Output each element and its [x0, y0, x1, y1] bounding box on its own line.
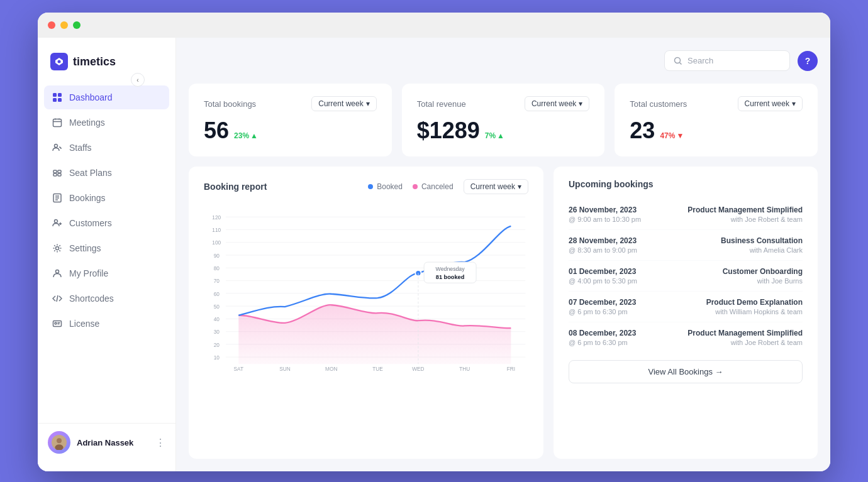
booking-event-block-2: Customer Onboarding with Joe Burns — [723, 267, 803, 285]
sidebar-label-customers: Customers — [69, 218, 112, 228]
bookings-card: Upcoming bookings 26 November, 2023 @ 9:… — [554, 167, 818, 459]
sidebar-item-settings[interactable]: Settings — [44, 236, 169, 260]
booking-host-3: with William Hopkins & team — [706, 308, 803, 315]
legend-booked: Booked — [368, 182, 403, 191]
users-icon — [52, 142, 63, 153]
stat-value-bookings: 56 — [204, 118, 229, 144]
svg-text:70: 70 — [214, 278, 220, 284]
stat-label-bookings: Total bookings — [204, 99, 256, 109]
chart-legend: Booked Canceled — [368, 182, 453, 191]
traffic-light-red[interactable] — [48, 21, 55, 29]
sidebar-item-staffs[interactable]: Staffs — [44, 136, 169, 160]
chart-title: Booking report — [204, 182, 267, 192]
stat-period-customers[interactable]: Current week ▾ — [738, 96, 803, 111]
svg-text:TUE: TUE — [372, 366, 383, 372]
code-icon — [52, 293, 63, 304]
svg-point-12 — [55, 220, 58, 223]
legend-canceled: Canceled — [413, 182, 453, 191]
view-all-bookings-button[interactable]: View All Bookings → — [569, 360, 803, 383]
booking-host-2: with Joe Burns — [723, 277, 803, 285]
stat-badge-revenue: 7% ▲ — [485, 131, 504, 140]
app-name: timetics — [73, 55, 116, 68]
traffic-light-green[interactable] — [73, 21, 81, 29]
stat-period-revenue[interactable]: Current week ▾ — [525, 96, 589, 111]
sidebar-item-shortcodes[interactable]: Shortcodes — [44, 287, 169, 310]
legend-dot-booked — [368, 184, 373, 189]
svg-rect-4 — [58, 98, 62, 102]
svg-text:81 booked: 81 booked — [436, 274, 465, 280]
booking-item-2: 01 December, 2023 @ 4:00 pm to 5:30 pm C… — [569, 261, 803, 292]
user-plus-icon — [52, 217, 63, 229]
sidebar-item-my-profile[interactable]: My Profile — [44, 261, 169, 285]
svg-rect-10 — [58, 173, 61, 176]
sidebar-item-bookings[interactable]: Bookings — [44, 186, 169, 210]
chart-header: Booking report Booked Canceled — [204, 179, 528, 194]
chevron-down-icon: ▾ — [366, 99, 370, 108]
chevron-down-icon: ▾ — [579, 99, 582, 108]
booking-time-2: @ 4:00 pm to 5:30 pm — [569, 277, 637, 285]
stat-card-customers: Total customers Current week ▾ 23 47% ▼ — [615, 84, 818, 156]
sidebar-label-seat-plans: Seat Plans — [69, 168, 112, 178]
chevron-down-icon: ▾ — [518, 182, 521, 191]
svg-text:SUN: SUN — [279, 366, 291, 372]
svg-text:60: 60 — [214, 291, 220, 297]
sidebar-label-bookings: Bookings — [69, 193, 106, 203]
stat-header-revenue: Total revenue Current week ▾ — [417, 96, 590, 111]
stat-value-revenue: $1289 — [417, 118, 480, 144]
svg-text:MON: MON — [325, 366, 337, 372]
booking-item-4: 08 December, 2023 @ 6 pm to 6:30 pm Prod… — [569, 322, 803, 353]
svg-rect-1 — [53, 93, 57, 97]
booking-event-block-4: Product Management Simplified with Joe R… — [687, 329, 803, 346]
stat-value-row-revenue: $1289 7% ▲ — [417, 118, 590, 144]
sidebar-item-customers[interactable]: Customers — [44, 211, 169, 235]
svg-text:120: 120 — [212, 214, 221, 221]
chevron-down-icon: ▾ — [792, 99, 796, 108]
booking-date-3: 07 December, 2023 — [569, 298, 636, 307]
gear-icon — [52, 243, 63, 254]
traffic-light-yellow[interactable] — [60, 21, 68, 29]
sidebar-collapse-button[interactable]: ‹ — [131, 73, 145, 87]
svg-point-18 — [57, 438, 62, 443]
sidebar-item-dashboard[interactable]: Dashboard — [44, 85, 169, 109]
booking-event-0: Product Management Simplified — [687, 205, 803, 214]
legend-dot-canceled — [413, 184, 418, 189]
help-button[interactable]: ? — [798, 51, 818, 71]
search-box[interactable]: Search — [664, 50, 790, 71]
sidebar-item-seat-plans[interactable]: Seat Plans — [44, 161, 169, 185]
booking-host-0: with Joe Robert & team — [687, 216, 803, 223]
svg-text:20: 20 — [214, 342, 220, 348]
svg-text:SAT: SAT — [234, 366, 244, 372]
booking-item-3: 07 December, 2023 @ 6 pm to 6:30 pm Prod… — [569, 292, 803, 322]
sidebar-label-meetings: Meetings — [69, 118, 105, 128]
svg-text:50: 50 — [214, 304, 220, 310]
booking-date-2: 01 December, 2023 — [569, 267, 637, 276]
booking-item-1: 28 November, 2023 @ 8:30 am to 9:00 pm B… — [569, 230, 803, 261]
svg-text:Wednesday: Wednesday — [436, 266, 465, 272]
sidebar-user: Adrian Nassek ⋮ — [38, 423, 175, 461]
booking-date-0: 26 November, 2023 — [569, 205, 641, 214]
booking-date-block-4: 08 December, 2023 @ 6 pm to 6:30 pm — [569, 329, 636, 346]
stat-period-bookings[interactable]: Current week ▾ — [311, 96, 376, 111]
booking-date-block-1: 28 November, 2023 @ 8:30 am to 9:00 pm — [569, 236, 637, 254]
arrow-up-icon: ▲ — [497, 131, 504, 140]
svg-text:110: 110 — [212, 227, 221, 233]
sidebar-item-license[interactable]: License — [44, 312, 169, 336]
user-avatar — [48, 431, 70, 454]
svg-text:100: 100 — [212, 239, 221, 246]
svg-rect-3 — [53, 98, 57, 102]
booking-date-block-2: 01 December, 2023 @ 4:00 pm to 5:30 pm — [569, 267, 637, 285]
arrow-down-icon: ▼ — [676, 131, 684, 140]
svg-text:WED: WED — [412, 366, 424, 372]
stat-badge-bookings: 23% ▲ — [234, 131, 258, 140]
svg-rect-5 — [53, 119, 62, 127]
stat-value-customers: 23 — [630, 118, 655, 144]
stat-header-customers: Total customers Current week ▾ — [630, 96, 803, 111]
logo-icon — [50, 53, 68, 70]
sidebar-nav: Dashboard Meetings — [38, 85, 175, 423]
main-content: Search ? Total bookings Current week ▾ — [176, 38, 830, 471]
sidebar-item-meetings[interactable]: Meetings — [44, 111, 169, 134]
chart-area: 120 110 100 90 80 70 60 50 40 30 20 10 — [204, 204, 528, 380]
user-menu-icon[interactable]: ⋮ — [155, 437, 165, 449]
bottom-row: Booking report Booked Canceled — [189, 167, 818, 459]
chart-period-selector[interactable]: Current week ▾ — [464, 179, 528, 194]
